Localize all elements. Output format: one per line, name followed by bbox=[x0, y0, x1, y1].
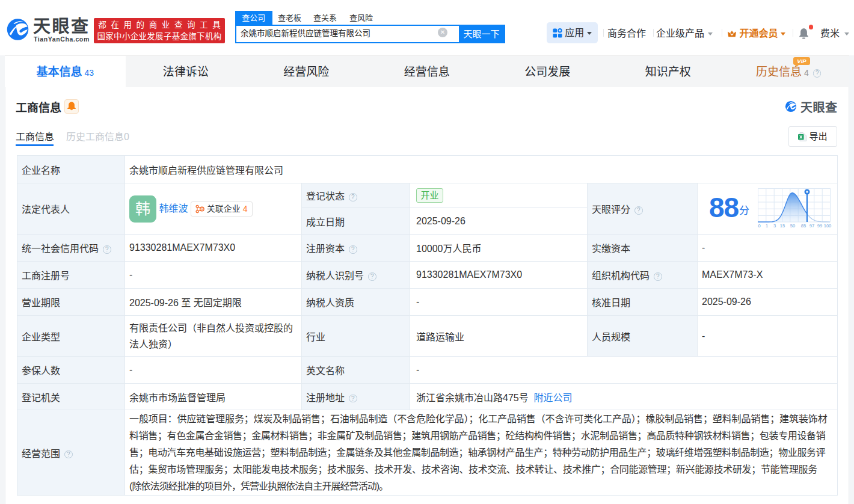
svg-text:3: 3 bbox=[773, 223, 776, 229]
svg-text:99: 99 bbox=[817, 223, 822, 229]
svg-text:15: 15 bbox=[780, 223, 785, 229]
svg-text:85: 85 bbox=[801, 223, 806, 229]
svg-text:97: 97 bbox=[809, 223, 814, 229]
svg-text:0: 0 bbox=[758, 223, 760, 229]
svg-text:100: 100 bbox=[824, 223, 832, 229]
svg-text:1: 1 bbox=[766, 223, 768, 229]
svg-text:企: 企 bbox=[200, 206, 204, 211]
svg-text:50: 50 bbox=[790, 223, 795, 229]
